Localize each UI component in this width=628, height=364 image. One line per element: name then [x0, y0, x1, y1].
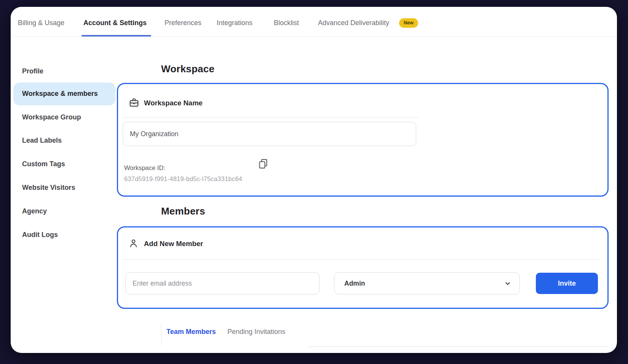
workspace-panel-divider	[123, 117, 419, 118]
role-selected-value: Admin	[344, 280, 365, 288]
briefcase-icon	[129, 97, 139, 108]
member-list-divider	[308, 347, 608, 347]
member-tabs-left-border	[161, 323, 161, 345]
tab-integrations[interactable]: Integrations	[217, 19, 252, 27]
workspace-name-title: Workspace Name	[144, 99, 203, 107]
tabbar-divider	[11, 37, 617, 37]
role-select[interactable]: Admin	[334, 272, 520, 294]
chevron-down-icon	[503, 279, 512, 288]
person-icon	[128, 238, 139, 248]
sidebar-item-agency[interactable]: Agency	[22, 207, 47, 215]
email-input[interactable]	[125, 272, 320, 294]
workspace-id-value: 637d5919-f991-4819-bd5c-l75ca331bc64	[124, 175, 242, 183]
new-badge: New	[399, 18, 418, 28]
settings-window: Billing & Usage Account & Settings Prefe…	[11, 7, 617, 353]
sidebar-item-workspace-group[interactable]: Workspace Group	[22, 113, 81, 121]
tab-advanced-deliverability[interactable]: Advanced Deliverability	[318, 19, 389, 27]
invite-button[interactable]: Invite	[536, 273, 598, 294]
workspace-name-input[interactable]	[123, 122, 416, 146]
tab-billing-usage[interactable]: Billing & Usage	[18, 19, 64, 27]
members-heading: Members	[161, 205, 205, 217]
tab-pending-invitations[interactable]: Pending Invitations	[227, 328, 285, 336]
sidebar-item-workspace-members[interactable]: Workspace & members	[22, 90, 98, 98]
add-member-panel	[117, 226, 609, 309]
sidebar-item-website-visitors[interactable]: Website Visitors	[22, 184, 75, 192]
add-member-title: Add New Member	[144, 240, 203, 248]
tab-preferences[interactable]: Preferences	[165, 19, 201, 27]
workspace-heading: Workspace	[161, 63, 214, 75]
sidebar-item-audit-logs[interactable]: Audit Logs	[22, 231, 58, 239]
copy-icon[interactable]	[257, 158, 269, 169]
sidebar-item-profile[interactable]: Profile	[22, 67, 43, 75]
tab-blocklist[interactable]: Blocklist	[274, 19, 299, 27]
tab-account-settings[interactable]: Account & Settings	[83, 19, 147, 27]
sidebar-item-lead-labels[interactable]: Lead Labels	[22, 137, 62, 145]
add-member-divider	[123, 259, 601, 260]
sidebar-item-custom-tags[interactable]: Custom Tags	[22, 160, 65, 168]
workspace-id-label: Workspace ID:	[124, 164, 165, 172]
tab-team-members[interactable]: Team Members	[166, 328, 216, 336]
